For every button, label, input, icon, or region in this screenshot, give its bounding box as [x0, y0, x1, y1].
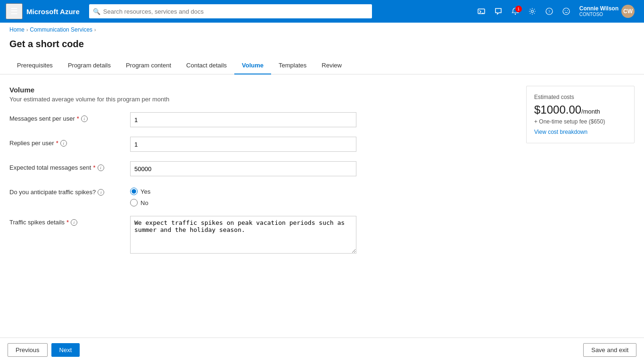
messages-per-user-label: Messages sent per user * i: [9, 112, 123, 122]
traffic-details-textarea[interactable]: We expect traffic spikes on peak vacatio…: [130, 216, 356, 254]
traffic-spikes-no-option[interactable]: No: [130, 199, 150, 206]
section-subtitle: Your estimated average volume for this p…: [9, 96, 517, 103]
traffic-spikes-no-radio[interactable]: [130, 199, 138, 206]
cost-setup-fee: + One-time setup fee ($650): [534, 118, 627, 125]
required-asterisk-3: *: [93, 164, 95, 171]
cost-amount: $1000.00/month: [534, 103, 627, 116]
tab-review[interactable]: Review: [314, 57, 349, 74]
tab-volume[interactable]: Volume: [234, 57, 271, 74]
user-name: Connie Wilson: [579, 5, 619, 12]
brand-name: Microsoft Azure: [26, 8, 80, 16]
feedback-icon[interactable]: [491, 5, 506, 18]
hamburger-menu[interactable]: ☰: [6, 3, 23, 19]
tab-bar: Prerequisites Program details Program co…: [0, 57, 644, 74]
traffic-spikes-yes-option[interactable]: Yes: [130, 188, 150, 195]
footer-left: Previous Next: [8, 343, 80, 357]
search-icon: 🔍: [93, 8, 100, 15]
breadcrumb-sep-2: ›: [94, 27, 96, 33]
previous-button[interactable]: Previous: [8, 343, 48, 357]
svg-point-3: [531, 10, 533, 13]
breadcrumb-section[interactable]: Communication Services: [30, 26, 92, 33]
notifications-icon[interactable]: 1: [508, 5, 523, 18]
next-button[interactable]: Next: [51, 343, 80, 357]
section-title: Volume: [9, 86, 517, 94]
svg-text:?: ?: [548, 9, 550, 14]
footer: Previous Next Save and exit: [0, 337, 644, 362]
tab-program-content[interactable]: Program content: [118, 57, 179, 74]
topnav-right: 1 ? Connie Wilson CONTOSO CW: [474, 3, 638, 20]
search-box[interactable]: 🔍: [89, 4, 372, 18]
required-asterisk: *: [77, 115, 79, 122]
expected-total-info-icon[interactable]: i: [98, 165, 104, 171]
svg-point-6: [563, 8, 570, 15]
replies-per-user-label: Replies per user * i: [9, 137, 123, 147]
search-input[interactable]: [103, 8, 368, 15]
top-navigation: ☰ Microsoft Azure 🔍 1 ? Connie Wilson CO…: [0, 0, 644, 23]
expected-total-input[interactable]: [130, 161, 356, 176]
breadcrumb-sep-1: ›: [26, 27, 28, 33]
page-title: Get a short code: [0, 37, 644, 57]
help-icon[interactable]: ?: [542, 5, 557, 18]
traffic-details-label: Traffic spikes details * i: [9, 216, 123, 226]
tab-program-details[interactable]: Program details: [60, 57, 118, 74]
traffic-spikes-yes-radio[interactable]: [130, 188, 138, 195]
user-org: CONTOSO: [579, 12, 619, 17]
messages-per-user-input[interactable]: [130, 112, 356, 127]
avatar: CW: [621, 5, 635, 18]
settings-icon[interactable]: [525, 5, 540, 18]
required-asterisk-2: *: [56, 140, 58, 147]
expected-total-label: Expected total messages sent * i: [9, 161, 123, 171]
cost-card: Estimated costs $1000.00/month + One-tim…: [526, 86, 635, 143]
cloud-shell-icon[interactable]: [474, 5, 489, 18]
traffic-details-row: Traffic spikes details * i We expect tra…: [9, 216, 517, 254]
save-and-exit-button[interactable]: Save and exit: [583, 343, 636, 357]
breadcrumb: Home › Communication Services ›: [0, 23, 644, 37]
expected-total-row: Expected total messages sent * i: [9, 161, 517, 176]
traffic-spikes-info-icon[interactable]: i: [98, 189, 104, 196]
required-asterisk-4: *: [66, 219, 69, 226]
view-cost-breakdown-link[interactable]: View cost breakdown: [534, 129, 627, 135]
replies-per-user-row: Replies per user * i: [9, 137, 517, 152]
tab-prerequisites[interactable]: Prerequisites: [9, 57, 60, 74]
svg-point-2: [515, 14, 516, 15]
main-content: Volume Your estimated average volume for…: [0, 74, 644, 337]
traffic-details-info-icon[interactable]: i: [71, 219, 77, 226]
form-area: Volume Your estimated average volume for…: [9, 86, 517, 263]
notification-badge: 1: [515, 6, 522, 12]
traffic-spikes-row: Do you anticipate traffic spikes? i Yes …: [9, 186, 517, 206]
footer-right: Save and exit: [583, 343, 636, 357]
cost-label: Estimated costs: [534, 94, 627, 100]
traffic-spikes-label: Do you anticipate traffic spikes? i: [9, 186, 123, 196]
breadcrumb-home[interactable]: Home: [9, 26, 25, 33]
smiley-icon[interactable]: [559, 5, 574, 18]
user-menu[interactable]: Connie Wilson CONTOSO CW: [576, 3, 638, 20]
svg-point-7: [564, 10, 565, 11]
replies-per-user-info-icon[interactable]: i: [60, 140, 67, 147]
messages-per-user-info-icon[interactable]: i: [81, 115, 88, 122]
svg-point-8: [567, 10, 568, 11]
replies-per-user-input[interactable]: [130, 137, 356, 152]
traffic-spikes-radio-group: Yes No: [130, 186, 150, 206]
messages-per-user-row: Messages sent per user * i: [9, 112, 517, 127]
tab-templates[interactable]: Templates: [271, 57, 314, 74]
tab-contact-details[interactable]: Contact details: [179, 57, 234, 74]
